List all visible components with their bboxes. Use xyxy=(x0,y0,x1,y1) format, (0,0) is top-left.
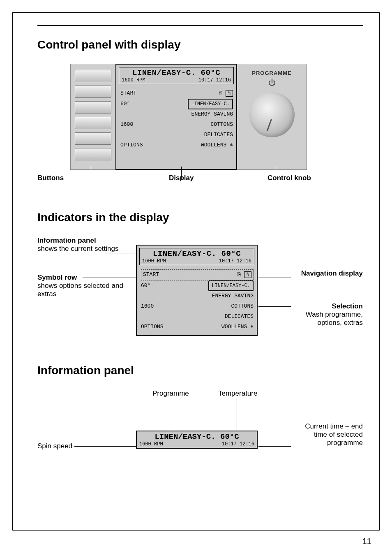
power-icon: ⏻ xyxy=(237,79,307,87)
fraction-icon: ⅓ xyxy=(226,90,233,97)
row-temp: 60° xyxy=(120,99,130,109)
buttons-column xyxy=(70,64,115,170)
page-number: 11 xyxy=(362,537,371,546)
prog-woollens: WOOLLENS ⎈ xyxy=(201,140,233,151)
prog-cottons-2: COTTONS xyxy=(231,301,254,312)
info-panel-mini: LINEN/EASY-C. 60°C 1600 RPM 10:17-12:16 xyxy=(136,431,258,449)
row-options: OPTIONS xyxy=(120,140,143,151)
lbl-selection: Selection xyxy=(281,302,363,310)
mini-title: LINEN/EASY-C. 60°C xyxy=(139,432,254,441)
prog-delicates-2: DELICATES xyxy=(225,312,254,322)
lbl-navigation-display: Navigation display xyxy=(281,269,363,278)
section-title-control-panel: Control panel with display xyxy=(37,38,363,51)
section-title-info-panel: Information panel xyxy=(37,364,363,377)
physical-button[interactable] xyxy=(75,117,111,129)
mini-rpm: 1600 RPM xyxy=(139,441,163,447)
row-spin-2: 1600 xyxy=(141,301,154,312)
info-title-2: LINEN/EASY-C. 60°C xyxy=(142,249,251,258)
prog-energy-2: ENERGY SAVING xyxy=(212,291,254,301)
lbl-information-panel-desc: shows the current settings xyxy=(37,245,118,253)
prog-cottons: COTTONS xyxy=(210,120,233,130)
figure-indicators: LINEN/EASY-C. 60°C 1600 RPM 10:17-12:16 … xyxy=(37,236,363,364)
prog-delicates: DELICATES xyxy=(204,130,233,140)
prog-woollens-2: WOOLLENS ⎈ xyxy=(221,322,254,332)
prog-energy: ENERGY SAVING xyxy=(191,109,233,120)
lcd-display-2: LINEN/EASY-C. 60°C 1600 RPM 10:17-12:16 … xyxy=(136,245,258,336)
info-rpm: 1600 RPM xyxy=(122,77,145,83)
selected-program: LINEN/EASY-C. xyxy=(188,99,233,110)
info-panel: LINEN/EASY-C. 60°C 1600 RPM 10:17-12:16 xyxy=(119,67,234,84)
lbl-spin-speed: Spin speed xyxy=(37,442,72,450)
row-temp-2: 60° xyxy=(141,281,150,291)
info-title: LINEN/EASY-C. 60°C xyxy=(122,68,231,77)
selected-program-2: LINEN/EASY-C. xyxy=(208,280,254,292)
lbl-symbol-row-desc: shows options selected and extras xyxy=(37,282,123,298)
physical-button[interactable] xyxy=(75,132,111,145)
knob-title: PROGRAMME xyxy=(237,70,307,76)
physical-button[interactable] xyxy=(75,148,111,160)
symbol-icon: ⎘ xyxy=(219,90,222,96)
section-title-indicators: Indicators in the display xyxy=(37,211,363,224)
lcd-display: LINEN/EASY-C. 60°C 1600 RPM 10:17-12:16 … xyxy=(115,64,237,170)
lbl-selection-desc: Wash programme, options, extras xyxy=(306,310,363,327)
lbl-temperature: Temperature xyxy=(218,389,257,398)
lbl-information-panel: Information panel xyxy=(37,236,124,245)
symbol-icon-2: ⎘ xyxy=(238,271,241,278)
physical-button[interactable] xyxy=(75,86,111,98)
knob-column: PROGRAMME ⏻ xyxy=(237,64,307,170)
fraction-icon-2: ⅓ xyxy=(244,271,251,278)
label-buttons: Buttons xyxy=(37,174,64,182)
label-display: Display xyxy=(169,174,194,182)
info-time: 10:17-12:16 xyxy=(198,77,231,83)
label-control-knob: Control knob xyxy=(267,174,311,182)
lbl-current-time: Current time – end time of selected prog… xyxy=(293,422,363,447)
row-start: START xyxy=(120,88,136,99)
figure-control-panel: LINEN/EASY-C. 60°C 1600 RPM 10:17-12:16 … xyxy=(37,64,363,190)
row-spin: 1600 xyxy=(120,120,133,130)
info-rpm-2: 1600 RPM xyxy=(142,258,166,264)
physical-button[interactable] xyxy=(75,101,111,114)
physical-button[interactable] xyxy=(75,70,111,82)
row-start-2: START xyxy=(143,270,159,280)
mini-time: 10:17-12:16 xyxy=(222,441,254,447)
row-options-2: OPTIONS xyxy=(141,322,164,332)
figure-info-panel: Programme Temperature LINEN/EASY-C. 60°C… xyxy=(37,389,363,472)
control-knob[interactable] xyxy=(249,92,295,137)
info-time-2: 10:17-12:16 xyxy=(219,258,251,264)
lbl-programme: Programme xyxy=(152,389,189,398)
